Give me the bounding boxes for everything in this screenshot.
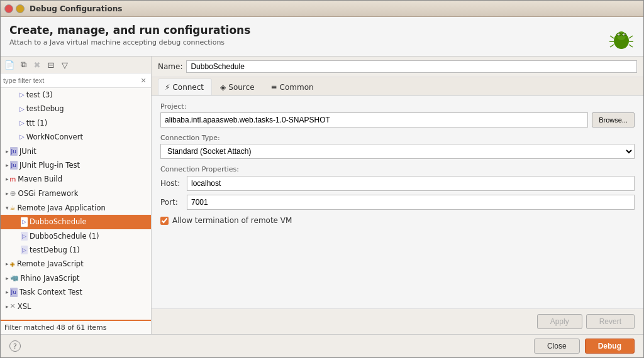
item-label: ttt (1) (26, 117, 47, 129)
svg-line-6 (610, 36, 614, 38)
connection-props-label: Connection Properties: (160, 165, 635, 173)
item-label: testDebug (1) (30, 244, 80, 256)
group-type-badge: ⊕ (10, 188, 16, 200)
item-label: Task Context Test (19, 286, 82, 298)
close-button[interactable]: Close (534, 339, 580, 354)
sidebar-group-junit[interactable]: ▸ Ju JUnit (1, 144, 151, 158)
item-label: DubboSchedule (1) (30, 231, 99, 242)
sidebar-item-dubboSchedule-1[interactable]: ▷ DubboSchedule (1) (1, 229, 151, 243)
common-tab-icon: ≡ (271, 83, 277, 92)
list-item[interactable]: ▷ ttt (1) (1, 116, 151, 130)
footer-buttons: Close Debug (534, 339, 635, 354)
collapse-icon: ▸ (6, 259, 9, 268)
connection-type-select[interactable]: Standard (Socket Attach) (160, 144, 635, 159)
list-item[interactable]: ▷ testDebug (1, 102, 151, 116)
page-subtitle: Attach to a Java virtual machine accepti… (9, 38, 250, 46)
list-item[interactable]: ▷ test (3) (1, 88, 151, 102)
project-field-group: Project: Browse... (160, 102, 635, 127)
new-config-button[interactable]: 📄 (3, 58, 16, 71)
tab-connect-label: Connect (172, 83, 204, 92)
sidebar-group-rhino[interactable]: ▸ 🦏 Rhino JavaScript (1, 271, 151, 285)
content-area: 📄 ⧉ ✖ ⊟ ▽ ✕ ▷ test (3) ▷ (1, 56, 643, 334)
svg-line-9 (629, 36, 633, 38)
group-type-badge: ☕ (10, 203, 16, 213)
sidebar-group-xsl[interactable]: ▸ ✕ XSL (1, 300, 151, 313)
minimize-window-btn[interactable] (16, 4, 25, 13)
debug-configurations-window: Debug Configurations Create, manage, and… (0, 0, 644, 358)
item-type-icon: ▷ (19, 104, 25, 114)
collapse-icon: ▸ (6, 288, 9, 296)
filter-clear-button[interactable]: ✕ (138, 75, 148, 85)
tab-common[interactable]: ≡ Common (264, 79, 322, 95)
group-type-badge: ✕ (10, 301, 16, 312)
item-type-icon: ▷ (19, 132, 25, 142)
sidebar-item-testDebug-1[interactable]: ▷ testDebug (1) (1, 243, 151, 257)
item-type-icon: ▷ (21, 232, 28, 241)
name-row: Name: (152, 57, 643, 77)
window-title: Debug Configurations (30, 4, 122, 13)
item-label: testDebug (26, 103, 64, 114)
allow-termination-checkbox[interactable] (160, 217, 169, 225)
sidebar-item-dubboSchedule[interactable]: ▷ DubboSchedule (1, 215, 151, 229)
list-item[interactable]: ▷ WorkNoConvert (1, 130, 151, 144)
sidebar-group-remote-js[interactable]: ▸ ◈ Remote JavaScript (1, 257, 151, 271)
host-input[interactable] (187, 176, 635, 191)
sidebar-status: Filter matched 48 of 61 items (1, 320, 151, 334)
group-type-badge: Ju (10, 147, 18, 156)
host-label: Host: (160, 179, 183, 188)
item-label: DubboSchedule (30, 216, 87, 227)
collapse-icon: ▸ (6, 302, 9, 311)
item-type-icon: ▷ (21, 217, 28, 226)
item-label: OSGi Framework (18, 188, 79, 199)
filter-area: ✕ (1, 73, 151, 88)
item-label: JUnit Plug-in Test (19, 160, 80, 171)
name-input[interactable] (186, 60, 637, 73)
help-button[interactable]: ? (9, 340, 21, 352)
svg-line-8 (610, 45, 614, 47)
group-type-badge: Ju (10, 161, 18, 170)
tab-connect[interactable]: ⚡ Connect (158, 79, 212, 95)
collapse-icon: ▸ (6, 175, 9, 183)
browse-button[interactable]: Browse... (592, 112, 635, 127)
revert-button[interactable]: Revert (586, 314, 635, 329)
sidebar: 📄 ⧉ ✖ ⊟ ▽ ✕ ▷ test (3) ▷ (1, 57, 152, 334)
header-left: Create, manage, and run configurations A… (9, 23, 250, 46)
apply-button[interactable]: Apply (537, 314, 582, 329)
tab-common-label: Common (280, 83, 314, 92)
sidebar-toolbar: 📄 ⧉ ✖ ⊟ ▽ (1, 57, 151, 73)
svg-point-5 (624, 35, 625, 36)
connect-tab-icon: ⚡ (165, 83, 170, 92)
collapse-icon: ▸ (6, 147, 9, 156)
collapse-icon: ▸ (6, 189, 9, 198)
sidebar-group-osgi[interactable]: ▸ ⊕ OSGi Framework (1, 187, 151, 201)
duplicate-button[interactable]: ⧉ (17, 58, 30, 71)
filter-dropdown-button[interactable]: ▽ (58, 58, 71, 71)
collapse-button[interactable]: ⊟ (45, 58, 57, 71)
delete-button[interactable]: ✖ (31, 58, 43, 71)
name-label: Name: (158, 62, 182, 71)
project-label: Project: (160, 102, 635, 111)
connection-type-field-group: Connection Type: Standard (Socket Attach… (160, 134, 635, 159)
page-title: Create, manage, and run configurations (9, 23, 250, 37)
titlebar-buttons (4, 4, 25, 13)
project-input[interactable] (160, 112, 588, 127)
sidebar-group-junit-plugin[interactable]: ▸ Ju JUnit Plug-in Test (1, 158, 151, 172)
item-label: WorkNoConvert (26, 131, 83, 143)
right-panel: Name: ⚡ Connect ◈ Source ≡ Common (152, 57, 643, 334)
filter-input[interactable] (3, 77, 138, 84)
item-type-icon: ▷ (21, 246, 28, 254)
sidebar-group-remote-java[interactable]: ▾ ☕ Remote Java Application (1, 201, 151, 215)
bottom-actions: Apply Revert (152, 308, 643, 334)
close-window-btn[interactable] (4, 4, 13, 13)
sidebar-group-maven[interactable]: ▸ m Maven Build (1, 172, 151, 186)
item-label: Remote Java Application (18, 202, 106, 214)
tabs-row: ⚡ Connect ◈ Source ≡ Common (152, 77, 643, 96)
item-type-icon: ▷ (19, 90, 25, 100)
group-type-badge: m (10, 175, 16, 185)
debug-button[interactable]: Debug (585, 339, 635, 354)
connection-type-row: Standard (Socket Attach) (160, 144, 635, 159)
tab-source[interactable]: ◈ Source (213, 79, 262, 95)
port-input[interactable] (187, 195, 635, 210)
project-row: Browse... (160, 112, 635, 127)
sidebar-group-task-context[interactable]: ▸ Ju Task Context Test (1, 285, 151, 299)
